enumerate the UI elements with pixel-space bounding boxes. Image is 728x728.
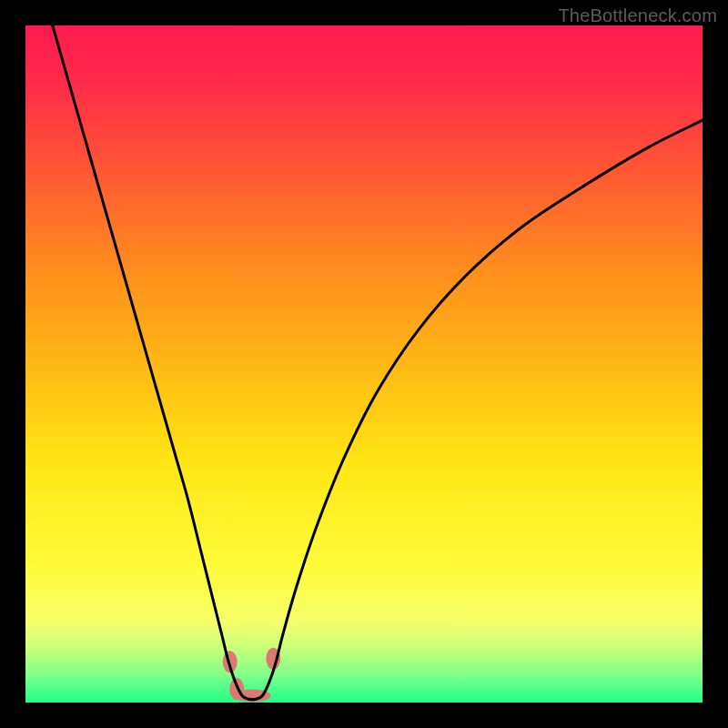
chart-frame: TheBottleneck.com: [0, 0, 728, 728]
curve-layer: [25, 25, 703, 703]
plot-area: [25, 25, 703, 703]
bottleneck-curve: [53, 25, 703, 700]
watermark-text: TheBottleneck.com: [558, 5, 717, 26]
